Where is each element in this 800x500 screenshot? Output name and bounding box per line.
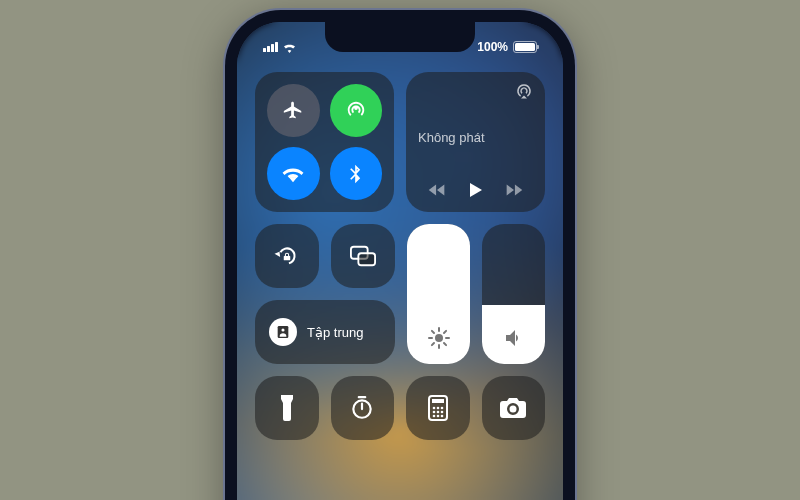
svg-line-11 (431, 343, 433, 345)
timer-icon (349, 395, 375, 421)
focus-button[interactable]: Tập trung (255, 300, 395, 364)
focus-label: Tập trung (307, 325, 363, 340)
screen-mirroring-icon (350, 245, 376, 267)
svg-rect-1 (358, 253, 375, 265)
svg-point-19 (436, 407, 439, 410)
connectivity-group[interactable] (255, 72, 394, 212)
screen-mirroring-button[interactable] (331, 224, 395, 288)
sun-icon (427, 326, 451, 350)
camera-button[interactable] (482, 376, 546, 440)
status-bar: 100% (237, 32, 563, 62)
media-controls-group[interactable]: Không phát (406, 72, 545, 212)
svg-rect-17 (432, 399, 444, 403)
wifi-toggle[interactable] (267, 147, 320, 200)
timer-button[interactable] (331, 376, 395, 440)
svg-line-12 (444, 331, 446, 333)
flashlight-button[interactable] (255, 376, 319, 440)
svg-point-20 (440, 407, 443, 410)
media-prev-button[interactable] (426, 179, 448, 201)
bluetooth-icon (346, 164, 366, 184)
bluetooth-toggle[interactable] (330, 147, 383, 200)
rotation-lock-icon (274, 243, 300, 269)
rotation-lock-toggle[interactable] (255, 224, 319, 288)
wifi-icon (282, 163, 304, 185)
volume-slider[interactable] (482, 224, 545, 364)
battery-icon (513, 41, 537, 53)
svg-point-3 (281, 328, 284, 331)
svg-point-22 (436, 411, 439, 414)
camera-icon (499, 397, 527, 419)
cellular-signal-icon (263, 42, 278, 52)
svg-point-26 (440, 415, 443, 418)
media-play-button[interactable] (463, 178, 487, 202)
svg-line-9 (431, 331, 433, 333)
cellular-data-toggle[interactable] (330, 84, 383, 137)
flashlight-icon (279, 395, 295, 421)
svg-point-18 (432, 407, 435, 410)
svg-line-10 (444, 343, 446, 345)
svg-point-23 (440, 411, 443, 414)
airplane-mode-toggle[interactable] (267, 84, 320, 137)
id-card-icon (275, 324, 291, 340)
iphone-frame: 100% (225, 10, 575, 500)
battery-percent: 100% (477, 40, 508, 54)
media-title: Không phát (418, 130, 533, 145)
wifi-icon (282, 42, 297, 53)
svg-point-21 (432, 411, 435, 414)
calculator-button[interactable] (406, 376, 470, 440)
screen: 100% (237, 22, 563, 500)
airplay-icon[interactable] (515, 82, 533, 100)
svg-point-25 (436, 415, 439, 418)
media-next-button[interactable] (503, 179, 525, 201)
speaker-icon (502, 326, 526, 350)
airplane-icon (282, 100, 304, 122)
focus-badge-icon (269, 318, 297, 346)
antenna-icon (345, 100, 367, 122)
svg-point-24 (432, 415, 435, 418)
control-center: Không phát (255, 72, 545, 440)
svg-point-4 (435, 334, 443, 342)
brightness-slider[interactable] (407, 224, 470, 364)
calculator-icon (428, 395, 448, 421)
